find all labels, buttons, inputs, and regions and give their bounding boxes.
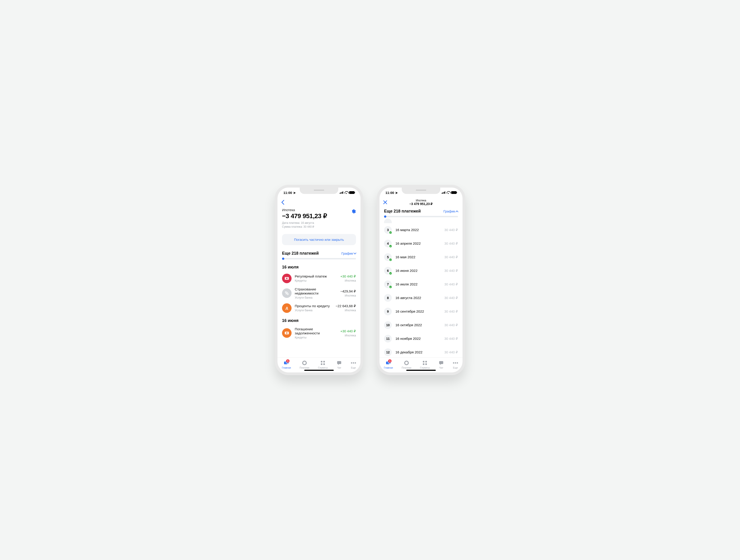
tx-amount: +30 440 ₽: [340, 274, 356, 278]
close-button[interactable]: [383, 200, 387, 204]
tab-more[interactable]: Еще: [351, 360, 356, 369]
progress-bar: [384, 216, 458, 217]
check-icon: [389, 231, 392, 234]
svg-line-4: [286, 292, 288, 294]
tab-home[interactable]: Главная1: [282, 360, 291, 369]
schedule-row[interactable]: 716 июля 202230 440 ₽: [384, 277, 458, 291]
svg-rect-28: [457, 362, 458, 364]
tx-sub: Услуги банка: [295, 296, 337, 299]
svg-point-20: [405, 361, 408, 365]
more-icon: [351, 360, 356, 366]
schedule-row[interactable]: 916 сентября 202230 440 ₽: [384, 305, 458, 318]
tab-label: Главная: [282, 366, 291, 369]
location-icon: ➤: [293, 191, 296, 195]
wifi-icon: [446, 191, 450, 194]
more-icon: [453, 360, 458, 366]
schedule-toggle[interactable]: График: [342, 251, 356, 255]
nav-balance: −3 479 951,23 ₽: [409, 202, 433, 206]
tx-title: Страхование недвижимости: [295, 287, 337, 296]
tab-chat[interactable]: Чат: [439, 360, 444, 369]
tx-sub: Кредиты: [295, 279, 337, 282]
tab-label: Главная: [384, 366, 393, 369]
schedule-row[interactable]: 816 августа 202230 440 ₽: [384, 291, 458, 305]
check-icon: [389, 285, 392, 289]
svg-rect-24: [425, 363, 427, 365]
tx-icon: [282, 274, 292, 283]
location-icon: ➤: [395, 191, 398, 195]
tab-label: Сервисы: [318, 366, 328, 369]
schedule-row[interactable]: 316 марта 202230 440 ₽: [384, 223, 458, 237]
wifi-icon: [344, 191, 348, 194]
tab-label: Еще: [351, 366, 356, 369]
svg-point-9: [303, 361, 306, 365]
svg-rect-14: [337, 361, 341, 364]
payment-amount: 30 440 ₽: [444, 350, 458, 354]
tab-more[interactable]: Еще: [453, 360, 458, 369]
date-header: 16 июня: [282, 318, 356, 323]
status-time: 11:00: [385, 191, 394, 195]
schedule-toggle[interactable]: График: [444, 209, 458, 213]
schedule-row[interactable]: 516 мая 202230 440 ₽: [384, 250, 458, 264]
svg-rect-17: [355, 362, 356, 364]
payment-amount: 30 440 ₽: [444, 269, 458, 273]
nav-bar: [278, 198, 361, 207]
home-indicator[interactable]: [304, 370, 334, 371]
tab-home[interactable]: Главная1: [384, 360, 393, 369]
tab-label: Платежи: [300, 366, 309, 369]
svg-rect-25: [439, 361, 443, 364]
payment-amount: 30 440 ₽: [444, 241, 458, 246]
tx-category: Ипотека: [340, 294, 356, 297]
schedule-row[interactable]: 1016 октября 202230 440 ₽: [384, 318, 458, 332]
transaction-row[interactable]: Регулярный платежКредиты+30 440 ₽Ипотека: [282, 274, 356, 283]
nav-subtitle: Ипотека: [409, 199, 433, 202]
chat-icon: [337, 360, 342, 366]
payment-date: 16 октября 2022: [395, 323, 441, 327]
schedule-row[interactable]: 616 июня 202230 440 ₽: [384, 264, 458, 277]
payment-date: 16 сентября 2022: [395, 310, 441, 314]
schedule-row[interactable]: 1216 декабря 202230 440 ₽: [384, 345, 458, 357]
tab-payments[interactable]: Платежи: [300, 360, 309, 369]
settings-button[interactable]: [351, 209, 356, 214]
payments-icon: [404, 360, 409, 366]
tx-icon: [282, 289, 292, 298]
tx-icon: Д: [282, 303, 292, 313]
transaction-row[interactable]: Погашение задолженностиКредиты+30 440 ₽И…: [282, 327, 356, 339]
payment-date: 16 марта 2022: [395, 228, 441, 232]
transaction-row[interactable]: ДПроценты по кредитуУслуги банка−22 643,…: [282, 303, 356, 313]
tab-chat[interactable]: Чат: [337, 360, 342, 369]
tx-title: Погашение задолженности: [295, 327, 337, 335]
svg-point-3: [287, 293, 288, 295]
battery-icon: [349, 191, 355, 194]
tx-amount: +30 440 ₽: [340, 329, 356, 333]
home-indicator[interactable]: [406, 370, 436, 371]
tab-label: Сервисы: [420, 366, 430, 369]
transaction-row[interactable]: Страхование недвижимостиУслуги банка−429…: [282, 287, 356, 299]
check-icon: [389, 244, 392, 248]
tx-title: Проценты по кредиту: [295, 304, 333, 308]
svg-rect-21: [423, 361, 425, 362]
payment-date: 16 июля 2022: [395, 282, 441, 286]
payment-amount: 30 440 ₽: [444, 310, 458, 314]
svg-rect-13: [323, 363, 325, 365]
schedule-row[interactable]: 416 апреля 202230 440 ₽: [384, 237, 458, 250]
payment-num: 3: [384, 226, 392, 234]
svg-rect-23: [423, 363, 425, 365]
payment-date: 16 мая 2022: [395, 255, 441, 259]
notch: [402, 188, 440, 194]
payment-amount: 30 440 ₽: [444, 255, 458, 259]
schedule-row[interactable]: 1116 ноября 202230 440 ₽: [384, 332, 458, 345]
svg-rect-11: [323, 361, 325, 362]
payment-amount: 30 440 ₽: [444, 228, 458, 232]
payment-num: 4: [384, 240, 392, 247]
back-button[interactable]: [281, 200, 284, 205]
tab-payments[interactable]: Платежи: [402, 360, 411, 369]
payment-amount: 30 440 ₽: [444, 296, 458, 300]
repay-button[interactable]: Погасить частично или закрыть: [282, 234, 356, 245]
date-header: 16 июля: [282, 265, 356, 269]
tx-sub: Услуги банка: [295, 309, 333, 312]
tab-services[interactable]: Сервисы: [420, 360, 430, 369]
tx-category: Ипотека: [340, 334, 356, 337]
phone-left: 11:00 ➤ Ипотека −3 479 951,23 ₽: [275, 185, 363, 375]
tab-services[interactable]: Сервисы: [318, 360, 328, 369]
phone-right: 11:00 ➤ Ипотека −3 479 951,23 ₽ Еще: [377, 185, 465, 375]
